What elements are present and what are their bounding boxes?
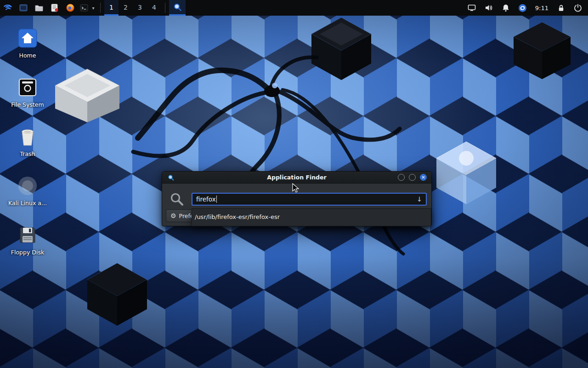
search-query-text: firefox xyxy=(196,196,216,203)
minimize-button[interactable] xyxy=(398,174,405,181)
search-input[interactable]: firefox ↓ xyxy=(192,193,427,206)
firefox-icon[interactable] xyxy=(62,0,78,16)
desktop-icon-file-system[interactable]: File System xyxy=(2,75,53,108)
workspace-2[interactable]: 2 xyxy=(119,0,133,16)
panel-separator xyxy=(165,3,165,13)
close-button[interactable]: ✕ xyxy=(420,174,427,181)
kali-linux-faded-icon xyxy=(2,173,53,196)
software-update-icon[interactable] xyxy=(518,3,527,12)
volume-icon[interactable] xyxy=(484,3,493,12)
maximize-button[interactable] xyxy=(409,174,416,181)
titlebar-buttons: ✕ xyxy=(398,174,427,181)
top-panel: ▾ 1 2 3 4 xyxy=(0,0,588,16)
window-icon xyxy=(19,3,28,12)
launcher-dropdown-chevron-icon[interactable]: ▾ xyxy=(90,6,96,11)
notifications-bell-icon[interactable] xyxy=(501,3,510,12)
firefox-icon xyxy=(66,3,75,12)
session-logout-icon[interactable] xyxy=(573,3,582,12)
workspace-4[interactable]: 4 xyxy=(147,0,161,16)
terminal-icon[interactable] xyxy=(78,0,90,16)
home-icon xyxy=(2,26,53,49)
desktop-icon-label: Home xyxy=(2,52,53,59)
window-app-icon[interactable] xyxy=(16,0,31,16)
folder-icon xyxy=(34,3,44,12)
desktop-icon-label: File System xyxy=(2,101,53,108)
workspace-3[interactable]: 3 xyxy=(133,0,147,16)
terminal-icon xyxy=(79,3,89,12)
desktop-icon-label: Trash xyxy=(2,150,53,157)
desktop-icon-floppy-disk[interactable]: Floppy Disk xyxy=(2,223,53,256)
desktop-icon-trash[interactable]: Trash xyxy=(2,124,53,157)
workspace-1[interactable]: 1 xyxy=(104,0,119,16)
document-icon xyxy=(50,3,59,12)
panel-clock[interactable]: 9:11 xyxy=(535,5,548,12)
text-caret xyxy=(216,196,217,203)
desktop-icon-label: Floppy Disk xyxy=(2,249,53,256)
text-editor-icon[interactable] xyxy=(47,0,62,16)
screenlock-icon[interactable] xyxy=(556,3,565,12)
window-title: Application Finder xyxy=(162,174,431,181)
taskbar-application-finder[interactable] xyxy=(169,0,186,16)
file-manager-icon[interactable] xyxy=(31,0,47,16)
entry-dropdown-arrow-icon[interactable]: ↓ xyxy=(417,196,422,203)
panel-left: ▾ 1 2 3 4 xyxy=(0,0,186,16)
gear-icon: ⚙ xyxy=(170,212,176,219)
display-icon[interactable] xyxy=(467,3,476,12)
titlebar[interactable]: Application Finder ✕ xyxy=(162,172,431,184)
kali-logo-icon xyxy=(3,3,13,13)
magnifier-icon xyxy=(173,3,182,12)
floppy-disk-icon xyxy=(2,223,53,246)
completion-item[interactable]: /usr/lib/firefox-esr/firefox-esr xyxy=(192,209,431,226)
system-tray: 9:11 xyxy=(467,0,588,16)
search-icon xyxy=(170,192,184,207)
desktop-icon-label: Kali Linux a... xyxy=(2,200,53,207)
desktop-icon-kali-linux[interactable]: Kali Linux a... xyxy=(2,173,53,207)
trash-icon xyxy=(2,124,53,147)
kali-menu-icon[interactable] xyxy=(0,0,16,16)
panel-separator xyxy=(100,3,101,13)
file-system-icon xyxy=(2,75,53,98)
application-finder-window: Application Finder ✕ firefox ↓ ⚙ Prefere… xyxy=(162,171,432,226)
desktop-icon-home[interactable]: Home xyxy=(2,26,53,59)
completion-dropdown: /usr/lib/firefox-esr/firefox-esr xyxy=(192,208,431,226)
